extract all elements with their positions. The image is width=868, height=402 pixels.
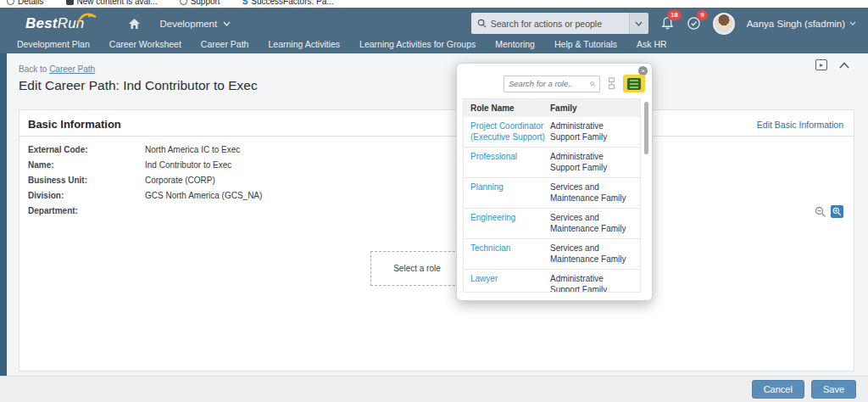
- family-cell: Administrative Support Family: [550, 274, 633, 293]
- chevron-down-icon: [223, 21, 231, 26]
- user-name-label: Aanya Singh (sfadmin): [747, 19, 845, 29]
- legend-icon[interactable]: ▸: [815, 59, 827, 70]
- role-picker-popup: ×: [456, 63, 653, 301]
- panel-title: Basic Information: [28, 118, 121, 131]
- role-link[interactable]: Planning: [470, 182, 550, 204]
- field-department: Department:: [28, 206, 854, 215]
- page-title: Edit Career Path: Ind Contributor to Exe…: [19, 78, 258, 93]
- table-row[interactable]: Planning Services and Maintenance Family: [464, 177, 640, 208]
- field-label: External Code:: [28, 145, 145, 154]
- home-icon[interactable]: [128, 18, 141, 30]
- table-row[interactable]: Technician Services and Maintenance Fami…: [464, 238, 640, 269]
- field-label: Department:: [28, 206, 145, 215]
- tab-mentoring[interactable]: Mentoring: [495, 39, 535, 50]
- clock-icon: [7, 0, 14, 5]
- field-business-unit: Business Unit: Corporate (CORP): [28, 176, 854, 185]
- field-division: Division: GCS North America (GCS_NA): [28, 191, 854, 200]
- basic-information-panel: Basic Information Edit Basic Information…: [19, 109, 854, 371]
- module-label: Development: [159, 19, 217, 29]
- table-row[interactable]: Lawyer Administrative Support Family: [464, 269, 640, 293]
- field-value: North America IC to Exec: [145, 145, 240, 154]
- field-value: GCS North America (GCS_NA): [145, 191, 262, 200]
- family-cell: Administrative Support Family: [550, 121, 633, 142]
- new-content-menu-item[interactable]: New content is avai...: [66, 0, 158, 6]
- field-label: Business Unit:: [28, 176, 145, 185]
- tab-learning-activities[interactable]: Learning Activities: [268, 39, 340, 50]
- tab-career-worksheet[interactable]: Career Worksheet: [109, 39, 181, 50]
- hierarchy-view-icon[interactable]: [606, 77, 617, 90]
- field-value: Ind Contributor to Exec: [145, 160, 231, 170]
- notifications-badge: 18: [667, 10, 681, 20]
- role-table-header: Role Name Family: [464, 99, 640, 117]
- global-search-placeholder: Search for actions or people: [491, 19, 602, 29]
- tab-career-path[interactable]: Career Path: [201, 39, 249, 50]
- global-search[interactable]: Search for actions or people: [471, 13, 648, 34]
- role-link[interactable]: Professional: [470, 152, 550, 173]
- successfactors-label: SuccessFactors: Pa...: [251, 0, 333, 6]
- field-label: Name:: [28, 160, 145, 170]
- support-menu-item[interactable]: Support: [180, 0, 220, 6]
- select-role-node[interactable]: Select a role: [370, 251, 464, 286]
- support-label: Support: [191, 0, 220, 6]
- chevron-down-icon: [849, 21, 856, 25]
- bestrun-logo: BestRun: [25, 15, 84, 32]
- family-cell: Services and Maintenance Family: [550, 182, 633, 204]
- module-picker[interactable]: Development: [159, 19, 231, 29]
- zoom-in-icon[interactable]: [831, 205, 843, 218]
- role-search-input[interactable]: [509, 79, 587, 88]
- family-cell: Services and Maintenance Family: [550, 213, 633, 234]
- search-icon: [477, 19, 487, 28]
- search-icon: [590, 80, 595, 88]
- new-content-label: New content is avai...: [77, 0, 158, 6]
- table-row[interactable]: Engineering Services and Maintenance Fam…: [464, 208, 640, 238]
- page-content: Back to Career Path Edit Career Path: In…: [0, 53, 868, 402]
- list-icon: [627, 78, 641, 90]
- browser-extension-bar: Details New content is avai... Support S…: [0, 0, 868, 8]
- popup-scrollbar[interactable]: [644, 102, 648, 154]
- edit-basic-information-link[interactable]: Edit Basic Information: [757, 120, 843, 130]
- save-button[interactable]: Save: [811, 380, 856, 399]
- todo-button[interactable]: 9: [687, 16, 701, 31]
- tab-development-plan[interactable]: Development Plan: [17, 39, 90, 50]
- collapse-chevron-up-icon[interactable]: [839, 62, 849, 69]
- extension-icon: [66, 0, 74, 5]
- select-role-label: Select a role: [393, 264, 441, 273]
- field-name: Name: Ind Contributor to Exec: [28, 160, 854, 170]
- family-cell: Administrative Support Family: [550, 152, 633, 173]
- column-family: Family: [550, 103, 633, 113]
- column-role-name: Role Name: [470, 103, 550, 113]
- successfactors-icon: S: [242, 0, 248, 6]
- role-search-field[interactable]: [504, 75, 600, 92]
- table-row[interactable]: Project Coordinator (Executive Support) …: [464, 117, 640, 147]
- avatar[interactable]: [713, 13, 735, 35]
- list-view-button[interactable]: [623, 75, 645, 92]
- role-link[interactable]: Technician: [470, 243, 550, 265]
- role-link[interactable]: Project Coordinator (Executive Support): [470, 121, 550, 142]
- role-table: Role Name Family Project Coordinator (Ex…: [463, 98, 641, 293]
- field-external-code: External Code: North America IC to Exec: [28, 145, 854, 154]
- details-menu-item[interactable]: Details: [7, 0, 44, 6]
- field-value: Corporate (CORP): [145, 176, 215, 185]
- role-link[interactable]: Lawyer: [470, 274, 550, 293]
- tab-learning-activities-groups[interactable]: Learning Activities for Groups: [359, 39, 476, 50]
- notifications-button[interactable]: 18: [660, 16, 675, 31]
- module-nav: Development Plan Career Worksheet Career…: [0, 39, 868, 53]
- role-link[interactable]: Engineering: [470, 213, 550, 234]
- chevron-down-icon: [635, 21, 643, 26]
- logo-best-text: Best: [25, 15, 58, 31]
- tab-ask-hr[interactable]: Ask HR: [637, 39, 667, 50]
- cancel-button[interactable]: Cancel: [752, 380, 804, 399]
- successfactors-tab[interactable]: S SuccessFactors: Pa...: [242, 0, 334, 6]
- logo-swoosh: [77, 11, 97, 26]
- tab-help-tutorials[interactable]: Help & Tutorials: [554, 39, 617, 50]
- details-label: Details: [18, 0, 44, 6]
- breadcrumb: Back to Career Path: [19, 64, 95, 74]
- footer-action-bar: Cancel Save: [0, 376, 868, 402]
- left-accent-strip: [0, 53, 7, 402]
- todo-badge: 9: [697, 10, 707, 20]
- search-scope-dropdown[interactable]: [629, 13, 648, 34]
- zoom-out-icon[interactable]: [815, 206, 826, 218]
- table-row[interactable]: Professional Administrative Support Fami…: [464, 147, 640, 177]
- user-menu[interactable]: Aanya Singh (sfadmin): [747, 19, 856, 29]
- back-to-career-path-link[interactable]: Career Path: [49, 64, 95, 74]
